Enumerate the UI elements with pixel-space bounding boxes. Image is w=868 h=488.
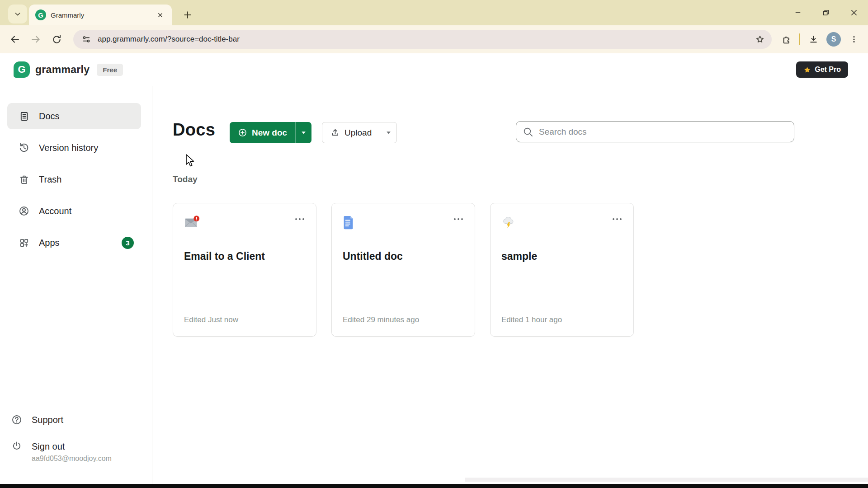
grammarly-app: G grammarly Free Get Pro Docs Version hi… xyxy=(0,53,868,484)
extensions-icon[interactable] xyxy=(776,30,795,49)
sign-out-label: Sign out xyxy=(32,440,112,453)
screen-bottom-edge xyxy=(0,484,868,488)
grammarly-logo-icon[interactable]: G xyxy=(14,61,30,78)
browser-tab[interactable]: G Grammarly xyxy=(29,5,172,25)
new-doc-dropdown-button[interactable] xyxy=(295,122,311,143)
url-bar[interactable]: app.grammarly.com/?source=doc-title-bar xyxy=(73,30,772,49)
search-input[interactable] xyxy=(539,127,788,137)
browser-tab-strip: G Grammarly xyxy=(0,0,868,25)
sidebar-item-label: Trash xyxy=(39,174,61,185)
version-history-icon xyxy=(18,142,30,154)
tab-search-button[interactable] xyxy=(8,5,27,23)
sidebar-item-docs[interactable]: Docs xyxy=(7,103,141,129)
page-title: Docs xyxy=(173,120,215,140)
apps-count-badge: 3 xyxy=(122,237,134,249)
account-email: aa9fd053@moodjoy.com xyxy=(32,455,112,463)
browser-menu-icon[interactable] xyxy=(844,30,863,49)
doc-title: Untitled doc xyxy=(343,250,464,263)
upload-split-button: Upload xyxy=(322,122,397,143)
grammarly-favicon-icon: G xyxy=(35,9,46,20)
docs-icon xyxy=(18,110,30,122)
plus-circle-icon xyxy=(238,128,247,137)
search-icon xyxy=(523,127,533,137)
search-box xyxy=(516,121,794,142)
mouse-cursor xyxy=(184,154,196,167)
storm-cloud-icon xyxy=(501,215,517,230)
brand-wordmark: grammarly xyxy=(35,64,90,76)
new-doc-split-button: New doc xyxy=(230,122,311,143)
main-content: Docs New doc Upload xyxy=(152,86,868,484)
sign-out-button[interactable]: Sign out aa9fd053@moodjoy.com xyxy=(0,438,152,463)
doc-title: Email to a Client xyxy=(184,250,305,263)
sidebar-footer: Support Sign out aa9fd053@moodjoy.com xyxy=(0,407,152,463)
get-pro-button[interactable]: Get Pro xyxy=(796,61,848,78)
forward-button[interactable] xyxy=(25,29,46,50)
new-doc-label: New doc xyxy=(252,128,287,138)
upload-dropdown-button[interactable] xyxy=(380,122,396,143)
reload-button[interactable] xyxy=(46,29,67,50)
doc-card[interactable]: Untitled doc Edited 29 minutes ago xyxy=(331,203,475,337)
tab-title: Grammarly xyxy=(51,11,150,19)
blue-document-icon xyxy=(343,215,358,230)
site-settings-icon[interactable] xyxy=(81,34,91,44)
url-text[interactable]: app.grammarly.com/?source=doc-title-bar xyxy=(98,35,752,44)
sidebar-item-account[interactable]: Account xyxy=(7,198,141,224)
plan-badge: Free xyxy=(97,64,123,76)
doc-edited: Edited 1 hour ago xyxy=(501,315,623,324)
sidebar-item-label: Account xyxy=(39,206,71,216)
horizontal-scrollbar[interactable] xyxy=(465,478,868,482)
sidebar-item-label: Docs xyxy=(39,111,60,122)
new-tab-button[interactable] xyxy=(180,7,195,23)
window-controls xyxy=(784,0,868,25)
apps-icon xyxy=(18,237,30,249)
chevron-down-icon xyxy=(14,10,21,18)
sidebar-item-label: Apps xyxy=(39,238,60,248)
window-restore-button[interactable] xyxy=(812,0,840,25)
window-minimize-button[interactable] xyxy=(784,0,812,25)
support-label: Support xyxy=(32,415,63,425)
doc-menu-icon[interactable] xyxy=(294,215,305,223)
upload-icon xyxy=(330,128,340,137)
star-icon xyxy=(803,66,811,74)
doc-menu-icon[interactable] xyxy=(612,215,623,223)
app-header: G grammarly Free Get Pro xyxy=(0,53,868,86)
section-label: Today xyxy=(173,174,198,184)
browser-toolbar: app.grammarly.com/?source=doc-title-bar … xyxy=(0,25,868,53)
power-icon xyxy=(11,440,23,452)
doc-edited: Edited 29 minutes ago xyxy=(343,315,464,324)
upload-label: Upload xyxy=(344,128,372,138)
sidebar-item-version-history[interactable]: Version history xyxy=(7,135,141,161)
sidebar-nav: Docs Version history Trash Account xyxy=(0,103,152,256)
help-icon xyxy=(11,414,23,426)
toolbar-separator xyxy=(799,33,800,45)
doc-title: sample xyxy=(501,250,623,263)
upload-button[interactable]: Upload xyxy=(322,122,380,143)
trash-icon xyxy=(18,174,30,185)
sidebar-item-label: Version history xyxy=(39,143,98,153)
chevron-down-icon xyxy=(301,130,307,136)
sidebar-item-trash[interactable]: Trash xyxy=(7,166,141,192)
tab-close-icon[interactable] xyxy=(155,9,165,20)
back-button[interactable] xyxy=(5,29,25,50)
new-doc-button[interactable]: New doc xyxy=(230,122,295,143)
bookmark-star-icon[interactable] xyxy=(752,31,768,47)
doc-edited: Edited Just now xyxy=(184,315,305,324)
chevron-down-icon xyxy=(386,130,392,136)
get-pro-label: Get Pro xyxy=(815,66,841,74)
doc-card[interactable]: sample Edited 1 hour ago xyxy=(490,203,634,337)
account-icon xyxy=(18,205,30,217)
doc-card[interactable]: Email to a Client Edited Just now xyxy=(173,203,316,337)
sidebar: Docs Version history Trash Account xyxy=(0,86,152,484)
doc-menu-icon[interactable] xyxy=(453,215,464,223)
doc-card-grid: Email to a Client Edited Just now Untitl… xyxy=(173,203,634,337)
email-alert-icon xyxy=(184,215,199,230)
downloads-icon[interactable] xyxy=(804,30,823,49)
browser-profile-avatar[interactable]: S xyxy=(826,32,841,47)
sidebar-item-apps[interactable]: Apps 3 xyxy=(7,230,141,256)
support-button[interactable]: Support xyxy=(0,407,152,433)
window-close-button[interactable] xyxy=(840,0,868,25)
